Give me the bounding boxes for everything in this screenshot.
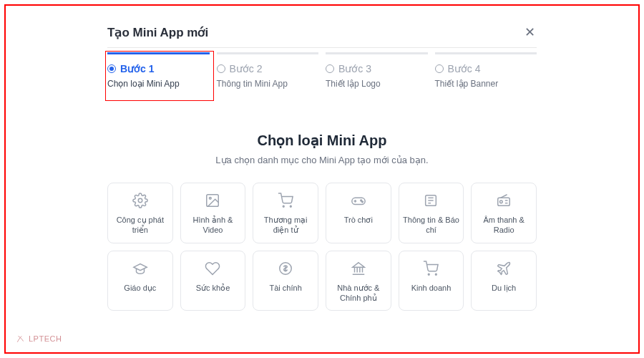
category-label: Công cụ phát triển: [111, 215, 170, 236]
heart-icon: [204, 260, 221, 277]
radio-icon: [217, 64, 225, 73]
category-label: Tài chính: [270, 283, 302, 293]
dollar-icon: [277, 260, 294, 277]
step-4[interactable]: Bước 4 Thiết lập Banner: [435, 52, 537, 89]
category-label: Kinh doanh: [411, 283, 452, 293]
dialog-title: Tạo Mini App mới: [107, 25, 208, 40]
news-icon: [422, 192, 439, 209]
svg-point-20: [429, 274, 430, 275]
steps-bar: Bước 1 Chọn loại Mini App Bước 2 Thông t…: [107, 52, 537, 89]
choose-type-section: Chọn loại Mini App Lựa chọn danh mục cho…: [107, 132, 537, 311]
radio-icon: [107, 64, 116, 73]
step-2[interactable]: Bước 2 Thông tin Mini App: [217, 52, 319, 89]
category-audio-radio[interactable]: Âm thanh & Radio: [471, 183, 537, 243]
category-travel[interactable]: Du lịch: [471, 251, 537, 311]
category-label: Sức khỏe: [196, 283, 230, 293]
category-education[interactable]: Giáo dục: [107, 251, 173, 311]
step-sub: Chọn loại Mini App: [107, 79, 210, 89]
radio-icon: [435, 64, 444, 73]
step-label: Bước 1: [120, 63, 155, 74]
section-sub: Lựa chọn danh mục cho Mini App tạo mới c…: [107, 155, 537, 165]
svg-point-0: [138, 198, 142, 203]
step-sub: Thông tin Mini App: [217, 79, 319, 89]
section-heading: Chọn loại Mini App: [107, 132, 537, 149]
category-label: Âm thanh & Radio: [474, 215, 533, 236]
category-image-video[interactable]: Hình ảnh & Video: [180, 183, 246, 243]
category-business[interactable]: Kinh doanh: [399, 251, 464, 311]
svg-point-15: [500, 200, 503, 203]
plane-icon: [495, 260, 512, 277]
close-icon[interactable]: ✕: [522, 24, 537, 40]
gear-icon: [132, 192, 149, 209]
shop-cart-icon: [422, 260, 439, 277]
category-label: Du lịch: [492, 283, 516, 293]
category-label: Hình ảnh & Video: [184, 215, 243, 236]
red-frame: Tạo Mini App mới ✕ Bước 1 Chọn loại Mini…: [4, 4, 640, 354]
radio-icon: [326, 64, 334, 73]
category-ecommerce[interactable]: Thương mại điện tử: [253, 183, 318, 243]
dialog-header: Tạo Mini App mới ✕: [107, 20, 537, 48]
watermark-text: LPTECH: [29, 334, 62, 343]
category-label: Thông tin & Báo chí: [402, 215, 461, 236]
step-label: Bước 4: [448, 63, 481, 74]
step-sub: Thiết lập Banner: [435, 79, 537, 89]
category-games[interactable]: Trò chơi: [326, 183, 391, 243]
category-news[interactable]: Thông tin & Báo chí: [399, 183, 464, 243]
step-sub: Thiết lập Logo: [326, 79, 428, 89]
watermark: LPTECH: [16, 334, 62, 344]
category-dev-tools[interactable]: Công cụ phát triển: [107, 183, 173, 243]
step-3[interactable]: Bước 3 Thiết lập Logo: [326, 52, 428, 89]
step-label: Bước 2: [230, 63, 263, 74]
svg-point-9: [361, 201, 363, 203]
category-finance[interactable]: Tài chính: [253, 251, 318, 311]
create-miniapp-dialog: Tạo Mini App mới ✕ Bước 1 Chọn loại Mini…: [107, 20, 537, 311]
svg-point-3: [283, 205, 284, 207]
category-label: Giáo dục: [124, 283, 156, 293]
image-icon: [204, 192, 221, 209]
category-label: Nhà nước & Chính phủ: [329, 283, 388, 304]
svg-point-4: [291, 205, 292, 207]
step-1[interactable]: Bước 1 Chọn loại Mini App: [107, 52, 210, 89]
bank-icon: [350, 260, 367, 277]
category-health[interactable]: Sức khỏe: [180, 251, 246, 311]
category-label: Thương mại điện tử: [256, 215, 315, 236]
radio-icon: [495, 192, 512, 209]
category-grid: Công cụ phát triển Hình ảnh & Video Thươ…: [107, 183, 537, 311]
svg-point-8: [361, 200, 362, 201]
gamepad-icon: [350, 192, 367, 209]
category-label: Trò chơi: [344, 215, 373, 225]
cart-icon: [277, 192, 294, 209]
step-label: Bước 3: [338, 63, 371, 74]
svg-point-2: [210, 197, 212, 199]
graduation-icon: [132, 260, 149, 277]
category-government[interactable]: Nhà nước & Chính phủ: [326, 251, 391, 311]
svg-point-21: [436, 274, 437, 275]
